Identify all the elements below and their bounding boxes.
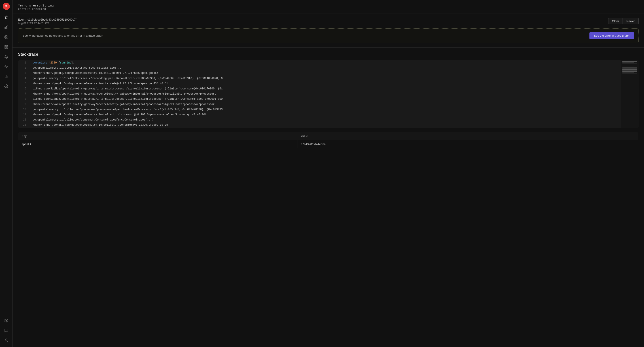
svg-rect-0	[5, 27, 5, 29]
line-content: /home/runner/go/pkg/mod/go.opentelemetry…	[29, 81, 639, 86]
line-content: github.com/SigNoz/opentelemetry-gateway/…	[29, 96, 639, 102]
code-minimap	[621, 60, 639, 128]
older-button[interactable]: Older	[608, 18, 623, 24]
code-line: 11 /home/runner/go/pkg/mod/go.openteleme…	[18, 112, 639, 118]
line-content: goroutine 42309 [running]:	[29, 60, 639, 66]
line-number: 6	[18, 86, 29, 92]
svg-marker-14	[4, 319, 8, 321]
line-number: 5	[18, 81, 29, 86]
svg-rect-1	[6, 26, 6, 29]
event-label: Event	[18, 18, 25, 21]
svg-rect-2	[7, 26, 8, 29]
line-content: /home/runner/go/pkg/mod/go.opentelemetry…	[29, 122, 639, 128]
code-line: 2go.opentelemetry.io/otel/sdk/trace.reco…	[18, 66, 639, 71]
svg-rect-8	[5, 48, 6, 48]
line-content: go.opentelemetry.io/otel/sdk/trace.recor…	[29, 66, 639, 71]
code-line: 12go.opentelemetry.io/collector/consumer…	[18, 118, 639, 122]
nav-buttons: Older Newer	[608, 18, 639, 24]
value-column-header: Value	[297, 132, 638, 140]
table-row: spanIDc7c43281fd44ebbe	[18, 140, 639, 148]
table-section: Key Value spanIDc7c43281fd44ebbe	[12, 132, 644, 154]
event-id-value: c1c5cfece5bc4b43ac94995110000c7f	[28, 18, 76, 21]
svg-rect-7	[6, 46, 8, 46]
code-line: 4go.opentelemetry.io/otel/sdk/trace.(*re…	[18, 76, 639, 81]
line-number: 11	[18, 112, 29, 118]
line-content: /home/runner/work/opentelemetry-gateway/…	[29, 102, 639, 107]
sidebar-icon-settings[interactable]	[2, 82, 10, 90]
error-title: *errors.errorString	[18, 4, 639, 7]
code-line: 3 /home/runner/go/pkg/mod/go.opentelemet…	[18, 71, 639, 76]
line-content: /home/runner/work/opentelemetry-gateway/…	[29, 92, 639, 96]
kv-table-body: spanIDc7c43281fd44ebbe	[18, 140, 639, 148]
line-number: 4	[18, 76, 29, 81]
code-line: 8github.com/SigNoz/opentelemetry-gateway…	[18, 96, 639, 102]
table-value: c7c43281fd44ebbe	[297, 140, 638, 148]
svg-rect-9	[6, 48, 8, 48]
sidebar-icon-layers[interactable]	[2, 316, 10, 325]
event-info: Event c1c5cfece5bc4b43ac94995110000c7f A…	[18, 18, 76, 25]
line-number: 7	[18, 92, 29, 96]
code-line: 5 /home/runner/go/pkg/mod/go.opentelemet…	[18, 81, 639, 86]
event-header: Event c1c5cfece5bc4b43ac94995110000c7f A…	[18, 18, 639, 25]
code-block: 1goroutine 42309 [running]:2go.opentelem…	[18, 60, 639, 128]
main-content: *errors.errorString context canceled Eve…	[12, 0, 644, 347]
code-line: 10go.opentelemetry.io/collector/processo…	[18, 107, 639, 112]
sidebar-icon-message[interactable]	[2, 326, 10, 334]
line-number: 9	[18, 102, 29, 107]
app-logo: S	[3, 3, 10, 10]
line-number: 12	[18, 118, 29, 122]
logo-text: S	[5, 5, 7, 8]
trace-graph-button[interactable]: See the error in trace graph	[590, 32, 634, 39]
svg-point-15	[6, 339, 7, 340]
code-line: 6github.com/SigNoz/opentelemetry-gateway…	[18, 86, 639, 92]
line-number: 13	[18, 122, 29, 128]
svg-point-13	[6, 86, 7, 87]
sidebar-icon-user[interactable]	[2, 336, 10, 344]
table-key: spanID	[18, 140, 298, 148]
event-section: Event c1c5cfece5bc4b43ac94995110000c7f A…	[12, 14, 644, 48]
stacktrace-title: Stacktrace	[18, 52, 639, 57]
line-content: /home/runner/go/pkg/mod/go.opentelemetry…	[29, 112, 639, 118]
sidebar-icon-chart[interactable]	[2, 23, 10, 31]
line-number: 10	[18, 107, 29, 112]
code-line: 9 /home/runner/work/opentelemetry-gatewa…	[18, 102, 639, 107]
line-content: go.opentelemetry.io/collector/consumer.C…	[29, 118, 639, 122]
error-subtitle: context canceled	[18, 7, 639, 10]
stacktrace-section: Stacktrace 1goroutine 42309 [running]:2g…	[12, 48, 644, 132]
sidebar-icon-grid[interactable]	[2, 43, 10, 51]
code-lines: 1goroutine 42309 [running]:2go.opentelem…	[18, 60, 639, 128]
code-line: 7 /home/runner/work/opentelemetry-gatewa…	[18, 92, 639, 96]
line-number: 3	[18, 71, 29, 76]
sidebar-icon-line-chart[interactable]	[2, 72, 10, 80]
svg-point-5	[6, 37, 6, 38]
sidebar: S	[0, 0, 12, 347]
key-column-header: Key	[18, 132, 298, 140]
trace-banner-text: See what happened before and after this …	[22, 34, 103, 37]
line-number: 2	[18, 66, 29, 71]
error-header: *errors.errorString context canceled	[12, 0, 644, 14]
code-line: 13 /home/runner/go/pkg/mod/go.openteleme…	[18, 122, 639, 128]
sidebar-icon-target[interactable]	[2, 33, 10, 41]
svg-point-4	[5, 36, 7, 38]
line-content: /home/runner/go/pkg/mod/go.opentelemetry…	[29, 71, 639, 76]
sidebar-icon-rocket[interactable]	[2, 14, 10, 22]
newer-button[interactable]: Newer	[623, 18, 639, 24]
kv-table: Key Value spanIDc7c43281fd44ebbe	[18, 132, 639, 148]
line-content: go.opentelemetry.io/otel/sdk/trace.(*rec…	[29, 76, 639, 81]
event-date: Aug 01 2024 12:44:20 PM	[18, 22, 76, 25]
line-content: github.com/SigNoz/opentelemetry-gateway/…	[29, 86, 639, 92]
code-line: 1goroutine 42309 [running]:	[18, 60, 639, 66]
svg-rect-6	[5, 46, 6, 46]
event-id: Event c1c5cfece5bc4b43ac94995110000c7f	[18, 18, 76, 21]
sidebar-icon-alert[interactable]	[2, 53, 10, 61]
line-content: go.opentelemetry.io/collector/processor/…	[29, 107, 639, 112]
line-number: 1	[18, 60, 29, 66]
line-number: 8	[18, 96, 29, 102]
sidebar-icon-pipeline[interactable]	[2, 62, 10, 71]
trace-banner: See what happened before and after this …	[18, 28, 639, 43]
